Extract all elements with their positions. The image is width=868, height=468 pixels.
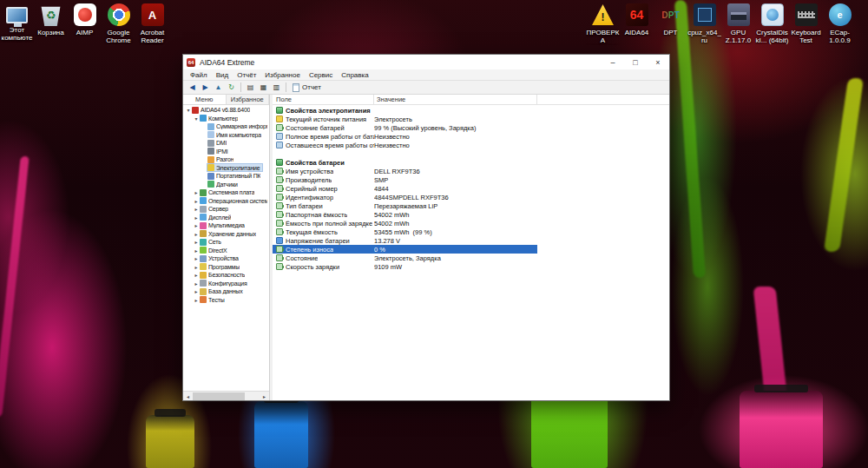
tree-item[interactable]: Портативный ПК	[183, 172, 269, 181]
desktop-icon[interactable]: Этот компьютер	[0, 3, 34, 45]
table-row[interactable]: Напряжение батареи13.278 V	[273, 236, 537, 245]
toolbar-back-icon[interactable]: ◀	[186, 82, 199, 94]
tree-item[interactable]: ▸Хранение данных	[183, 230, 269, 239]
table-row[interactable]: Состояние батарей99 % (Высокий уровень, …	[273, 123, 537, 132]
toolbar-forward-icon[interactable]: ▶	[199, 82, 212, 94]
desktop-icon[interactable]: ПРОВЕРКА WEB_ЗВУК_...	[586, 3, 620, 45]
expander-icon[interactable]: ▸	[193, 264, 200, 270]
report-button[interactable]: Отчет	[289, 83, 325, 92]
expander-icon[interactable]: ▸	[193, 280, 200, 287]
scrollbar-track[interactable]	[193, 392, 260, 401]
desktop-icon[interactable]: KeyboardTest	[789, 3, 823, 45]
column-header-value[interactable]: Значение	[374, 95, 537, 104]
maximize-button[interactable]: □	[624, 55, 647, 69]
tree-item[interactable]: ▾Компьютер	[183, 115, 269, 123]
table-row[interactable]: Серийный номер4844	[273, 184, 537, 193]
tree-item[interactable]: ▸Сеть	[183, 238, 269, 247]
expander-icon[interactable]: ▸	[193, 247, 200, 254]
scroll-left-icon[interactable]: ◂	[183, 392, 193, 401]
desktop-icon[interactable]: Корзина	[34, 3, 68, 45]
desktop-icon[interactable]: cpuz_x64_ru	[687, 3, 721, 45]
network-node-icon	[200, 239, 207, 246]
table-row[interactable]: СостояниеЭлектросеть, Зарядка	[273, 254, 537, 262]
menu-item[interactable]: Отчёт	[233, 71, 260, 79]
menu-item[interactable]: Справка	[337, 71, 372, 79]
table-row[interactable]: Скорость зарядки9109 mW	[273, 262, 537, 271]
expander-icon[interactable]: ▸	[193, 222, 200, 228]
tree-item[interactable]: ▸База данных	[183, 287, 269, 296]
menu-item[interactable]: Вид	[212, 71, 233, 79]
toolbar-graph-icon[interactable]: ▥	[270, 82, 283, 94]
tree-item[interactable]: Разгон	[183, 155, 269, 164]
scroll-right-icon[interactable]: ▸	[260, 392, 269, 401]
desktop-icon[interactable]: DPT	[654, 3, 687, 45]
table-row[interactable]: Оставшееся время работы от ...Неизвестно	[273, 141, 537, 149]
expander-icon[interactable]: ▸	[193, 239, 200, 245]
tree-item[interactable]: ▸Конфигурация	[183, 280, 269, 288]
close-button[interactable]: ×	[647, 55, 669, 69]
expander-icon[interactable]: ▾	[193, 115, 200, 122]
table-row[interactable]: Текущий источник питанияЭлектросеть	[273, 115, 537, 123]
column-header-field[interactable]: Поле	[273, 95, 374, 104]
toolbar-refresh-icon[interactable]: ↻	[225, 82, 238, 94]
tab-menu[interactable]: Меню	[183, 95, 227, 104]
expander-icon[interactable]: ▸	[193, 198, 200, 204]
tree-item[interactable]: Датчики	[183, 181, 269, 189]
minimize-button[interactable]: –	[602, 55, 624, 69]
field-label: Тип батареи	[286, 202, 323, 210]
table-row[interactable]: Идентификатор4844SMPDELL RXF9T36	[273, 193, 537, 201]
desktop-icon[interactable]: GPU Z.1.17.0	[721, 3, 755, 45]
desktop-icon[interactable]: CrystalDiskI... (64bit)	[755, 3, 789, 45]
tree-item[interactable]: ▸Мультимедиа	[183, 221, 269, 230]
tree-item[interactable]: ▾AIDA64 v6.88.6400	[183, 106, 269, 115]
tree-item[interactable]: ▸Сервер	[183, 205, 269, 214]
table-row[interactable]: Полное время работы от бата...Неизвестно	[273, 132, 537, 141]
table-row[interactable]: ПроизводительSMP	[273, 175, 537, 184]
tree-item[interactable]: Суммарная информация	[183, 122, 269, 131]
tree-item[interactable]: ▸Системная плата	[183, 188, 269, 197]
desktop-icon[interactable]: ECap-1.0.0.9	[823, 3, 857, 45]
expander-icon[interactable]: ▸	[193, 214, 200, 221]
tree-item[interactable]: ▸DirectX	[183, 247, 269, 255]
horizontal-scrollbar[interactable]: ◂ ▸	[183, 391, 269, 400]
tree-item[interactable]: ▸Операционная система	[183, 197, 269, 206]
table-row[interactable]: Степень износа0 %	[273, 245, 537, 254]
expander-icon[interactable]: ▸	[193, 255, 200, 261]
table-row[interactable]: Паспортная ёмкость54002 mWh	[273, 210, 537, 219]
tree-item[interactable]: IPMI	[183, 148, 269, 156]
tree-item[interactable]: ▸Программы	[183, 263, 269, 272]
desktop-icon[interactable]: Acrobat Reader 2020	[135, 3, 169, 45]
desktop-icon[interactable]: Google Chrome	[102, 3, 135, 45]
scrollbar-thumb[interactable]	[193, 392, 245, 400]
toolbar-up-icon[interactable]: ▲	[212, 82, 225, 94]
table-row[interactable]: Имя устройстваDELL RXF9T36	[273, 167, 537, 175]
desktop-icon[interactable]: AIDA64	[620, 3, 654, 45]
table-section-row[interactable]: Свойства электропитания	[273, 106, 537, 115]
table-row[interactable]: Ёмкость при полной зарядке54002 mWh	[273, 219, 537, 227]
menu-item[interactable]: Файл	[186, 71, 212, 79]
expander-icon[interactable]: ▸	[193, 189, 200, 195]
tab-favorites[interactable]: Избранное	[227, 95, 270, 104]
tree-item[interactable]: DMI	[183, 139, 269, 148]
tree-item[interactable]: ▸Дисплей	[183, 214, 269, 222]
tree-item[interactable]: ▸Устройства	[183, 254, 269, 263]
toolbar-report-wizard-icon[interactable]: ▤	[244, 82, 257, 94]
tree-item[interactable]: ▸Безопасность	[183, 271, 269, 280]
table-section-row[interactable]: Свойства батареи	[273, 158, 537, 167]
table-row[interactable]: Тип батареиПерезаряжаемая LiP	[273, 201, 537, 210]
expander-icon[interactable]: ▸	[193, 231, 200, 237]
expander-icon[interactable]: ▾	[185, 107, 192, 113]
desktop-icon[interactable]: AIMP	[68, 3, 102, 45]
expander-icon[interactable]: ▸	[193, 288, 200, 294]
tree-item[interactable]: ▸Тесты	[183, 296, 269, 305]
menu-item[interactable]: Избранное	[260, 71, 305, 79]
titlebar[interactable]: 64 AIDA64 Extreme – □ ×	[183, 55, 669, 69]
tree-item[interactable]: Электропитание	[183, 164, 269, 173]
tree-item[interactable]: Имя компьютера	[183, 131, 269, 140]
menu-item[interactable]: Сервис	[305, 71, 337, 79]
expander-icon[interactable]: ▸	[193, 297, 200, 303]
table-row[interactable]: Текущая ёмкость53455 mWh (99 %)	[273, 227, 537, 236]
toolbar-chart-icon[interactable]: ▦	[257, 82, 270, 94]
expander-icon[interactable]: ▸	[193, 206, 200, 212]
expander-icon[interactable]: ▸	[193, 272, 200, 278]
